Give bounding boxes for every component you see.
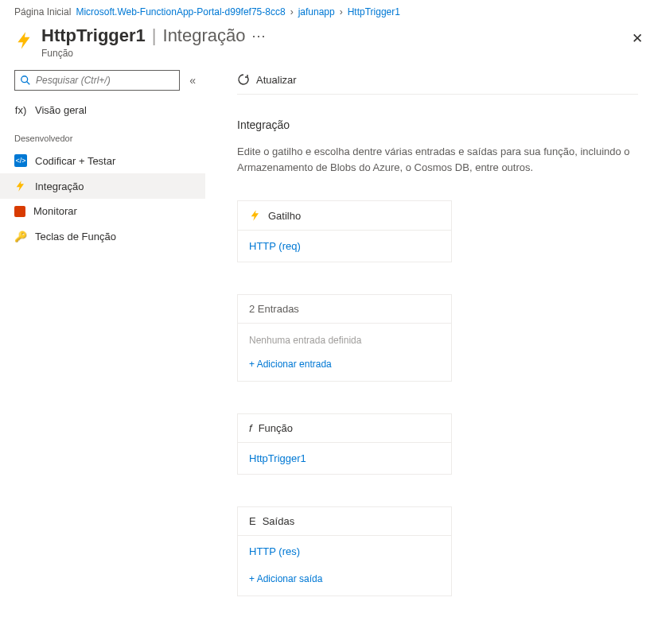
- refresh-label: Atualizar: [256, 74, 297, 86]
- svg-point-0: [21, 76, 28, 83]
- function-link[interactable]: HttpTrigger1: [238, 443, 451, 474]
- trigger-card: Gatilho HTTP (req): [237, 200, 452, 262]
- breadcrumb-item[interactable]: HttpTrigger1: [348, 6, 400, 17]
- outputs-card: E Saídas HTTP (res) + Adicionar saída: [237, 506, 452, 596]
- output-link[interactable]: HTTP (res): [238, 536, 451, 567]
- nav-label: Codificar + Testar: [35, 155, 115, 167]
- output-prefix-icon: E: [249, 515, 256, 527]
- title-separator: |: [152, 25, 157, 46]
- card-title: 2 Entradas: [249, 303, 299, 315]
- card-title: Função: [259, 422, 293, 434]
- function-prefix-icon: f: [249, 422, 252, 434]
- breadcrumb-home[interactable]: Página Inicial: [14, 6, 71, 17]
- breadcrumb-item[interactable]: jafunapp: [298, 6, 335, 17]
- more-icon[interactable]: ⋯: [251, 27, 267, 45]
- close-icon[interactable]: ✕: [632, 30, 643, 47]
- card-title: Gatilho: [268, 210, 301, 222]
- content-heading: Integração: [237, 118, 638, 131]
- nav-overview[interactable]: fx) Visão geral: [0, 97, 205, 122]
- sidebar: « fx) Visão geral Desenvolvedor </> Codi…: [0, 67, 205, 644]
- key-icon: 🔑: [14, 230, 27, 242]
- nav-keys[interactable]: 🔑 Teclas de Função: [0, 223, 205, 249]
- nav-label: Monitorar: [33, 205, 77, 217]
- nav-label: Visão geral: [35, 104, 87, 116]
- breadcrumb-item[interactable]: Microsoft.Web-FunctionApp-Portal-d99fef7…: [76, 6, 285, 17]
- chevron-right-icon: ›: [290, 6, 294, 17]
- nav-integration[interactable]: Integração: [0, 173, 205, 199]
- nav-section-dev: Desenvolvedor: [0, 122, 205, 148]
- lightning-icon: [14, 180, 27, 192]
- page-subtitle: Função: [41, 48, 640, 59]
- nav-label: Teclas de Função: [35, 231, 116, 242]
- function-icon: fx): [14, 103, 27, 116]
- nav-code-test[interactable]: </> Codificar + Testar: [0, 148, 205, 173]
- refresh-button[interactable]: Atualizar: [237, 73, 297, 86]
- code-icon: </>: [14, 154, 27, 167]
- refresh-icon: [237, 73, 250, 86]
- collapse-icon[interactable]: «: [189, 74, 196, 87]
- nav-label: Integração: [35, 180, 84, 192]
- add-output-link[interactable]: + Adicionar saída: [238, 567, 451, 596]
- lightning-icon: [14, 30, 35, 51]
- monitor-icon: [14, 206, 25, 217]
- nav-monitor[interactable]: Monitorar: [0, 199, 205, 223]
- function-card: f Função HttpTrigger1: [237, 413, 452, 475]
- content-area: Atualizar Integração Edite o gatilho e e…: [205, 67, 654, 644]
- chevron-right-icon: ›: [340, 6, 343, 17]
- page-section: Integração: [163, 25, 246, 46]
- svg-line-1: [27, 82, 30, 85]
- trigger-link[interactable]: HTTP (req): [238, 231, 451, 262]
- page-title: HttpTrigger1: [41, 25, 146, 46]
- content-description: Edite o gatilho e escolha dentre várias …: [237, 144, 638, 175]
- inputs-empty: Nenhuma entrada definida: [238, 324, 451, 352]
- search-icon: [20, 75, 31, 86]
- card-title: Saídas: [263, 515, 294, 527]
- toolbar: Atualizar: [237, 67, 638, 95]
- inputs-card: 2 Entradas Nenhuma entrada definida + Ad…: [237, 294, 452, 382]
- search-box[interactable]: [14, 70, 180, 91]
- add-input-link[interactable]: + Adicionar entrada: [238, 352, 451, 381]
- breadcrumb: Página Inicial Microsoft.Web-FunctionApp…: [0, 0, 654, 21]
- search-input[interactable]: [36, 75, 174, 86]
- lightning-icon: [249, 209, 262, 222]
- page-header: HttpTrigger1 | Integração ⋯ Função ✕: [0, 21, 654, 67]
